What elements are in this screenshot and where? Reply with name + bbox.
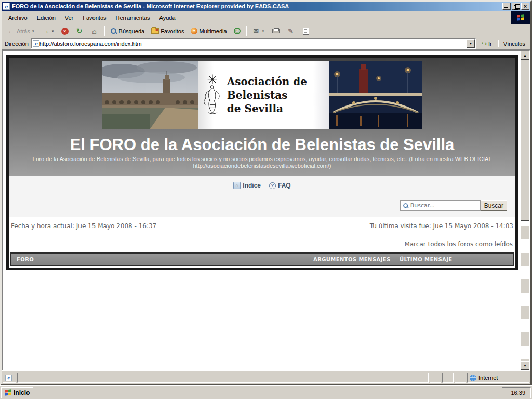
toolbar-media-button[interactable]: ✶Multimedia <box>188 25 230 36</box>
vertical-scrollbar[interactable]: ▲ ▼ <box>521 51 529 370</box>
forum-table: FORO ARGUMENTOS MENSAJES ÚLTIMO MENSAJE <box>10 252 514 266</box>
nav-label: Indice <box>243 182 261 189</box>
toolbar-search-label: Búsqueda <box>119 28 145 34</box>
toolbar-fwd-button[interactable]: →▼ <box>38 25 58 36</box>
forum-table-header: FORO ARGUMENTOS MENSAJES ÚLTIMO MENSAJE <box>11 254 513 265</box>
stop-icon: × <box>61 28 69 35</box>
header-argumentos: ARGUMENTOS <box>313 257 355 262</box>
title-bar: e FORO de la Asociación de Belenistas de… <box>2 2 530 11</box>
toolbar-mail-button[interactable]: ✉▼ <box>249 25 268 36</box>
status-pane-2 <box>442 373 454 383</box>
toolbar-separator <box>104 26 105 36</box>
search-icon <box>110 28 117 35</box>
address-dropdown-button[interactable]: ▼ <box>467 39 475 48</box>
start-button[interactable]: Inicio <box>1 387 33 398</box>
toolbar: ←Atrás▼→▼×↻⌂BúsquedaFavoritos✶Multimedia… <box>2 25 530 37</box>
windows-logo-icon <box>5 389 12 396</box>
print-icon <box>272 27 280 35</box>
dropdown-arrow-icon: ▼ <box>51 30 55 33</box>
scroll-up-button[interactable]: ▲ <box>521 51 529 60</box>
forum-page-frame: Asociación de Belenistas de Sevilla <box>6 55 518 270</box>
close-button[interactable]: × <box>521 3 529 10</box>
toolbar-home-button[interactable]: ⌂ <box>87 25 102 36</box>
refresh-icon: ↻ <box>75 27 84 35</box>
forum-nav-row: ⌂Indice?FAQ <box>9 182 515 189</box>
search-icon <box>403 203 408 208</box>
restore-button[interactable] <box>512 3 520 10</box>
minimize-button[interactable] <box>502 3 511 10</box>
index-icon: ⌂ <box>233 182 241 189</box>
address-combo: e ▼ <box>31 38 476 49</box>
ie-throbber-logo <box>511 11 530 24</box>
scrollbar-thumb[interactable] <box>521 60 529 221</box>
menu-bar: ArchivoEdiciónVerFavoritosHerramientasAy… <box>2 11 530 24</box>
banner-text-line2: de Sevilla <box>227 102 329 115</box>
nav-label: FAQ <box>278 182 291 189</box>
internet-zone-globe-icon <box>470 375 476 381</box>
browser-viewport: Asociación de Belenistas de Sevilla <box>2 50 530 371</box>
status-message-pane <box>17 373 429 383</box>
toolbar-hist-button[interactable]: ◷ <box>231 25 244 36</box>
browser-window: e FORO de la Asociación de Belenistas de… <box>0 0 532 385</box>
media-icon: ✶ <box>191 28 197 34</box>
banner-text-line1: Asociación de Belenistas <box>227 75 329 102</box>
start-label: Inicio <box>14 389 30 396</box>
toolbar-edit-button[interactable]: ✎ <box>284 25 298 36</box>
address-bar: Dirección e ▼ ↪ Ir Vínculos <box>2 37 530 50</box>
toolbar-refresh-button[interactable]: ↻ <box>72 25 87 36</box>
header-mensajes: MENSAJES <box>355 257 394 262</box>
toolbar-disc-button[interactable] <box>299 25 313 36</box>
go-button[interactable]: ↪ Ir <box>478 38 496 49</box>
forum-search-box <box>400 200 481 211</box>
toolbar-media-label: Multimedia <box>199 28 227 34</box>
dropdown-arrow-icon: ▼ <box>262 30 265 33</box>
zone-label: Internet <box>478 375 498 381</box>
forum-search-button[interactable]: Buscar <box>481 200 507 211</box>
forum-body: Fecha y hora actual: Jue 15 Mayo 2008 - … <box>9 217 515 268</box>
nav-link-index[interactable]: ⌂Indice <box>233 182 261 189</box>
forum-title: El FORO de la Asociación de Belenistas d… <box>9 136 515 154</box>
menu-item-archivo[interactable]: Archivo <box>4 13 32 22</box>
menu-item-favoritos[interactable]: Favoritos <box>78 13 111 22</box>
toolbar-search-button[interactable]: Búsqueda <box>107 25 148 36</box>
favorites-folder-icon <box>151 28 159 34</box>
mark-all-read-link[interactable]: Marcar todos los foros como leídos <box>10 241 514 248</box>
menu-item-ver[interactable]: Ver <box>60 13 78 22</box>
mail-icon: ✉ <box>252 27 260 35</box>
toolbar-back-button: ←Atrás▼ <box>4 25 38 36</box>
menu-item-herramientas[interactable]: Herramientas <box>111 13 155 22</box>
address-label: Dirección <box>5 41 29 47</box>
links-bar-label[interactable]: Vínculos <box>499 39 529 48</box>
menu-item-ayuda[interactable]: Ayuda <box>155 13 180 22</box>
dropdown-arrow-icon: ▼ <box>32 30 35 33</box>
go-arrow-icon: ↪ <box>482 40 487 47</box>
edit-icon: ✎ <box>287 27 295 35</box>
taskbar: Inicio 16:39 <box>0 385 532 399</box>
toolbar-favorites-button[interactable]: Favoritos <box>148 25 187 36</box>
menu-item-edición[interactable]: Edición <box>32 13 60 22</box>
toolbar-back-label: Atrás <box>17 28 30 34</box>
history-icon: ◷ <box>234 28 241 34</box>
banner-angel-star-drawing <box>201 61 224 129</box>
toolbar-separator <box>246 26 247 36</box>
taskbar-divider <box>35 388 36 397</box>
toolbar-print-button[interactable] <box>269 25 283 36</box>
status-bar: e Internet <box>2 371 530 384</box>
last-visit: Tu última visita fue: Jue 15 Mayo 2008 -… <box>370 222 513 230</box>
nav-link-faq[interactable]: ?FAQ <box>269 182 291 189</box>
banner-triana-bridge-photo <box>329 61 422 129</box>
address-input[interactable] <box>39 40 467 47</box>
faq-icon: ? <box>269 182 276 189</box>
toolbar-stop-button[interactable]: × <box>58 25 72 36</box>
page-favicon: e <box>33 40 39 47</box>
banner-plaza-espana-photo <box>102 61 198 129</box>
forum-search-input[interactable] <box>410 202 480 209</box>
scroll-down-button[interactable]: ▼ <box>521 361 529 370</box>
go-label: Ir <box>488 41 492 47</box>
back-arrow-icon: ← <box>7 27 15 35</box>
status-pane-3 <box>455 373 466 383</box>
taskbar-clock: 16:39 <box>509 390 527 396</box>
header-foro: FORO <box>11 257 313 262</box>
current-datetime: Fecha y hora actual: Jue 15 Mayo 2008 - … <box>11 222 156 230</box>
security-zone-pane: Internet <box>467 373 529 383</box>
